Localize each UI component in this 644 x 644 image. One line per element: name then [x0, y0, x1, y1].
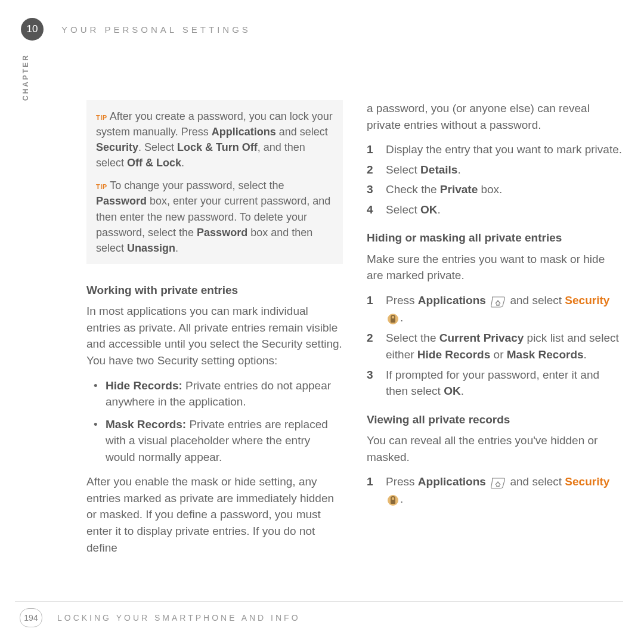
steps-hide-mask: 1 Press Applications and select Security…	[367, 292, 623, 400]
section-heading-viewing: Viewing all private records	[367, 411, 623, 428]
list-item: 4Select OK.	[367, 202, 623, 218]
steps-mark-private: 1Display the entry that you want to mark…	[367, 141, 623, 218]
tip2-text: To change your password, select the	[110, 179, 284, 191]
list-item: 3 If prompted for your password, enter i…	[367, 367, 623, 400]
home-icon	[490, 293, 506, 309]
header-title: YOUR PERSONAL SETTINGS	[61, 24, 251, 35]
svg-rect-1	[391, 318, 395, 323]
list-item: 2 Select the Current Privacy pick list a…	[367, 330, 623, 363]
chapter-badge: 10	[21, 18, 44, 41]
tip-label: TIP	[96, 183, 107, 190]
content-columns: TIP After you create a password, you can…	[86, 100, 623, 556]
list-item: Mask Records: Private entries are replac…	[86, 416, 343, 466]
list-item: 1Display the entry that you want to mark…	[367, 141, 623, 158]
list-item: 3Check the Private box.	[367, 181, 623, 198]
left-column: TIP After you create a password, you can…	[86, 100, 343, 556]
page-header: 10 YOUR PERSONAL SETTINGS	[15, 18, 623, 41]
right-column: a password, you (or anyone else) can rev…	[367, 100, 623, 556]
section1-para2: After you enable the mask or hide settin…	[86, 473, 343, 556]
section3-para: You can reveal all the entries you've hi…	[367, 432, 623, 465]
steps-view-private: 1 Press Applications and select Security…	[367, 473, 623, 508]
lock-icon	[387, 310, 399, 327]
page-number: 194	[20, 608, 42, 627]
section1-para: In most applications you can mark indivi…	[86, 303, 343, 369]
lock-icon	[387, 491, 399, 508]
section-heading-private: Working with private entries	[86, 282, 343, 299]
list-item: 2Select Details.	[367, 162, 623, 178]
list-item: 1 Press Applications and select Security…	[367, 473, 623, 508]
page-footer: 194 LOCKING YOUR SMARTPHONE AND INFO	[15, 608, 623, 627]
home-icon	[490, 474, 506, 491]
security-options-list: Hide Records: Private entries do not app…	[86, 377, 343, 466]
list-item: Hide Records: Private entries do not app…	[86, 377, 343, 410]
list-item: 1 Press Applications and select Security…	[367, 292, 623, 327]
footer-title: LOCKING YOUR SMARTPHONE AND INFO	[57, 613, 301, 623]
section-heading-hiding: Hiding or masking all private entries	[367, 230, 623, 246]
svg-rect-3	[391, 500, 395, 504]
col2-top: a password, you (or anyone else) can rev…	[367, 100, 623, 133]
section2-para: Make sure the entries you want to mask o…	[367, 251, 623, 284]
tip-label: TIP	[96, 114, 107, 121]
chapter-vertical-label: CHAPTER	[21, 54, 30, 101]
tip-box: TIP After you create a password, you can…	[86, 100, 343, 264]
